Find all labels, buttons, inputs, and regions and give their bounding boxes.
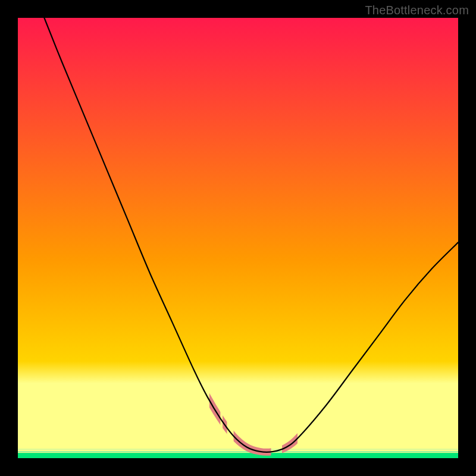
plot-band-line (18, 449, 458, 450)
watermark-text: TheBottleneck.com (365, 4, 469, 17)
plot-baseline-band (18, 453, 458, 458)
plot-background (18, 18, 458, 458)
chart-frame: TheBottleneck.com (0, 0, 476, 476)
plot-band-line (18, 451, 458, 452)
bottleneck-chart (0, 0, 476, 476)
